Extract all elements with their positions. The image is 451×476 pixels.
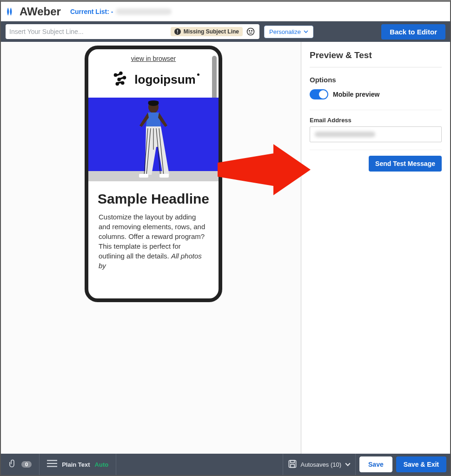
view-in-browser-link[interactable]: view in browser	[88, 49, 219, 67]
back-to-editor-button[interactable]: Back to Editor	[381, 24, 445, 40]
email-headline: Sample Headline	[88, 181, 219, 212]
preview-test-panel: Preview & Test Options Mobile preview Em…	[301, 42, 450, 454]
current-list-label: Current List: -	[70, 8, 113, 15]
mobile-preview-content[interactable]: view in browser logoipsum	[88, 49, 219, 298]
logoipsum-mark-icon	[111, 70, 129, 89]
subject-input[interactable]	[9, 28, 171, 35]
save-disk-icon	[288, 459, 297, 470]
logoipsum-word: logoipsum	[134, 73, 195, 87]
alert-icon: !	[174, 28, 181, 35]
mobile-preview-toggle[interactable]	[310, 89, 328, 99]
email-paragraph: Customize the layout by adding and remov…	[88, 212, 219, 276]
aweber-logo-icon	[6, 5, 19, 18]
autosaves-dropdown[interactable]: Autosaves (10)	[283, 454, 356, 475]
missing-subject-badge: ! Missing Subject Line	[171, 27, 243, 36]
svg-marker-20	[218, 144, 311, 195]
email-address-label: Email Address	[310, 117, 442, 124]
plain-text-section[interactable]: Plain Text Auto	[40, 454, 116, 475]
editor-footer: 0 Plain Text Auto Autosaves (10) Save Sa…	[1, 454, 450, 475]
hero-image	[88, 98, 219, 181]
subject-input-wrap: ! Missing Subject Line	[6, 24, 259, 39]
personalize-label: Personalize	[269, 28, 301, 35]
chevron-down-icon	[304, 29, 308, 34]
svg-rect-19	[159, 174, 169, 178]
callout-arrow	[218, 144, 311, 195]
panel-title: Preview & Test	[310, 50, 442, 67]
email-address-input[interactable]	[310, 126, 442, 142]
current-list-value-redacted	[116, 8, 172, 15]
svg-point-1	[249, 31, 250, 32]
mobile-preview-frame: view in browser logoipsum	[85, 46, 222, 302]
svg-rect-26	[290, 464, 294, 467]
main-split: view in browser logoipsum	[1, 42, 450, 454]
svg-rect-25	[290, 460, 294, 463]
svg-rect-9	[116, 73, 122, 76]
email-logo: logoipsum	[88, 67, 219, 98]
svg-rect-18	[139, 174, 148, 178]
save-button[interactable]: Save	[359, 456, 392, 472]
chevron-down-icon	[345, 462, 351, 467]
options-heading: Options	[310, 76, 442, 84]
aweber-logo-text: AWeber	[20, 5, 61, 18]
paperclip-icon	[8, 459, 17, 470]
send-test-message-button[interactable]: Send Test Message	[369, 156, 442, 172]
subject-toolbar: ! Missing Subject Line Personalize Back …	[1, 21, 450, 42]
aweber-logo[interactable]: AWeber	[6, 5, 61, 18]
emoji-icon[interactable]	[245, 26, 256, 37]
preview-canvas: view in browser logoipsum	[1, 42, 301, 454]
plain-text-auto-label: Auto	[95, 461, 109, 468]
current-list[interactable]: Current List: -	[70, 8, 172, 15]
svg-point-0	[247, 28, 254, 35]
hero-person-illustration	[128, 99, 179, 179]
missing-subject-text: Missing Subject Line	[184, 28, 239, 35]
attachments-section[interactable]: 0	[1, 454, 40, 475]
attachments-count: 0	[21, 461, 32, 468]
autosaves-label: Autosaves (10)	[301, 461, 341, 468]
lines-icon	[47, 459, 57, 469]
mobile-preview-toggle-label: Mobile preview	[333, 91, 379, 98]
brand-bar: AWeber Current List: -	[1, 2, 450, 21]
save-and-exit-button[interactable]: Save & Exit	[396, 456, 446, 472]
email-address-value-redacted	[315, 132, 375, 137]
svg-point-2	[252, 31, 252, 32]
personalize-button[interactable]: Personalize	[264, 26, 313, 38]
plain-text-label: Plain Text	[62, 461, 90, 468]
